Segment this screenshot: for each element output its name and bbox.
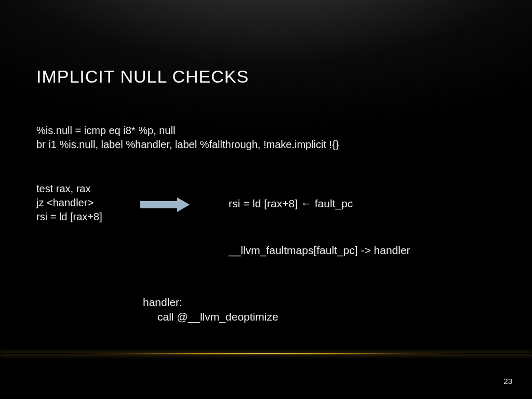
asm-before-block: test rax, rax jz <handler> rsi = ld [rax…	[36, 182, 102, 224]
page-number: 23	[503, 377, 512, 385]
ir-line-2: br i1 %is.null, label %handler, label %f…	[36, 138, 339, 152]
handler-body: call @__llvm_deoptimize	[143, 310, 278, 324]
faultmap-line: __llvm_faultmaps[fault_pc] -> handler	[229, 244, 410, 257]
divider-glow	[0, 353, 532, 354]
asm-after-line: rsi = ld [rax+8] ← fault_pc	[229, 197, 353, 210]
asm-before-line-2: jz <handler>	[36, 196, 102, 210]
asm-before-line-1: test rax, rax	[36, 182, 102, 196]
handler-block: handler: call @__llvm_deoptimize	[143, 295, 278, 325]
llvm-ir-block: %is.null = icmp eq i8* %p, null br i1 %i…	[36, 124, 339, 152]
ir-line-1: %is.null = icmp eq i8* %p, null	[36, 124, 339, 138]
slide-title: IMPLICIT NULL CHECKS	[36, 66, 249, 87]
handler-label: handler:	[143, 295, 278, 310]
arrow-right-icon	[140, 197, 192, 212]
asm-before-line-3: rsi = ld [rax+8]	[36, 210, 102, 224]
